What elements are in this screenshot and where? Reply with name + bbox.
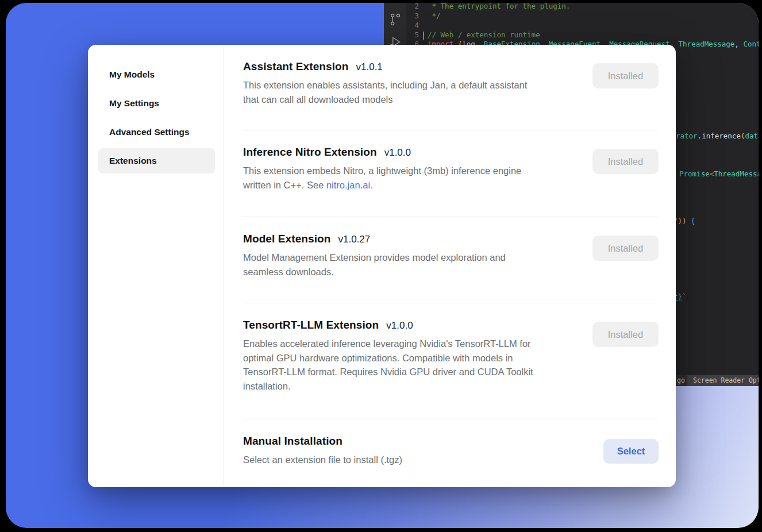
code-line: 2 * The entrypoint for the plugin. xyxy=(406,3,759,11)
sidebar-item-extensions[interactable]: Extensions xyxy=(98,148,215,174)
extension-entry-tensorrt: TensortRT-LLM Extension v1.0.0 Enables a… xyxy=(243,303,659,419)
code-fragment: ")) { xyxy=(674,217,695,226)
code-fragment: rator.inference(data)); xyxy=(676,132,759,141)
code-lines: 2 * The entrypoint for the plugin. 3 */ … xyxy=(406,3,759,49)
code-line: 4 xyxy=(406,21,759,30)
installed-button[interactable]: Installed xyxy=(592,322,659,347)
extension-title: TensortRT-LLM Extension xyxy=(243,319,379,331)
extensions-list: Assistant Extension v1.0.1 This extensio… xyxy=(224,45,676,487)
extension-description: This extension enables assistants, inclu… xyxy=(243,78,582,106)
extension-version: v1.0.0 xyxy=(384,147,411,159)
screenshot-canvas: 2 * The entrypoint for the plugin. 3 */ … xyxy=(0,0,762,532)
extension-title: Assistant Extension xyxy=(243,60,349,73)
screen-reader-optimize-status[interactable]: Screen Reader Optimize xyxy=(687,375,759,386)
select-file-button[interactable]: Select xyxy=(603,439,659,464)
extension-version: v1.0.0 xyxy=(386,320,413,331)
code-text: */ xyxy=(428,11,441,21)
code-text: // Web / extension runtime xyxy=(428,30,540,40)
extension-version: v1.0.27 xyxy=(338,234,370,245)
manual-installation-description: Select an extension file to install (.tg… xyxy=(243,453,582,467)
line-number: 4 xyxy=(406,21,419,30)
extension-entry-nitro: Inference Nitro Extension v1.0.0 This ex… xyxy=(243,130,659,217)
manual-installation-title: Manual Installation xyxy=(243,435,342,448)
source-control-icon[interactable] xyxy=(388,12,403,27)
settings-sidebar: My Models My Settings Advanced Settings … xyxy=(88,45,224,487)
extension-entry-model: Model Extension v1.0.27 Model Management… xyxy=(243,217,659,303)
text-cursor xyxy=(423,32,424,40)
code-line: 3 */ xyxy=(406,11,759,21)
installed-button[interactable]: Installed xyxy=(592,236,659,261)
status-bar-text: go xyxy=(677,375,685,386)
extension-description: This extension embeds Nitro, a lightweig… xyxy=(243,164,582,192)
code-fragment: Promise<ThreadMessage> xyxy=(679,169,759,179)
extension-entry-assistant: Assistant Extension v1.0.1 This extensio… xyxy=(243,45,659,130)
sidebar-item-my-models[interactable]: My Models xyxy=(98,62,215,87)
sidebar-item-advanced-settings[interactable]: Advanced Settings xyxy=(98,119,215,145)
code-line: 5 // Web / extension runtime xyxy=(406,30,759,40)
code-text: * The entrypoint for the plugin. xyxy=(428,3,570,11)
extension-title: Inference Nitro Extension xyxy=(243,146,377,159)
extension-title: Model Extension xyxy=(243,233,330,245)
installed-button[interactable]: Installed xyxy=(592,149,659,174)
extension-description: Enables accelerated inference leveraging… xyxy=(243,337,582,393)
manual-installation-section: Manual Installation Select an extension … xyxy=(243,419,659,487)
extension-description: Model Management Extension provides mode… xyxy=(243,250,582,279)
settings-modal: My Models My Settings Advanced Settings … xyxy=(88,45,676,487)
installed-button[interactable]: Installed xyxy=(592,63,659,88)
extension-version: v1.0.1 xyxy=(356,61,383,73)
sidebar-item-my-settings[interactable]: My Settings xyxy=(98,91,215,116)
line-number: 5 xyxy=(406,30,419,40)
line-number: 3 xyxy=(406,11,419,21)
line-number: 2 xyxy=(406,3,419,11)
nitro-jan-ai-link[interactable]: nitro.jan.ai. xyxy=(326,180,373,190)
